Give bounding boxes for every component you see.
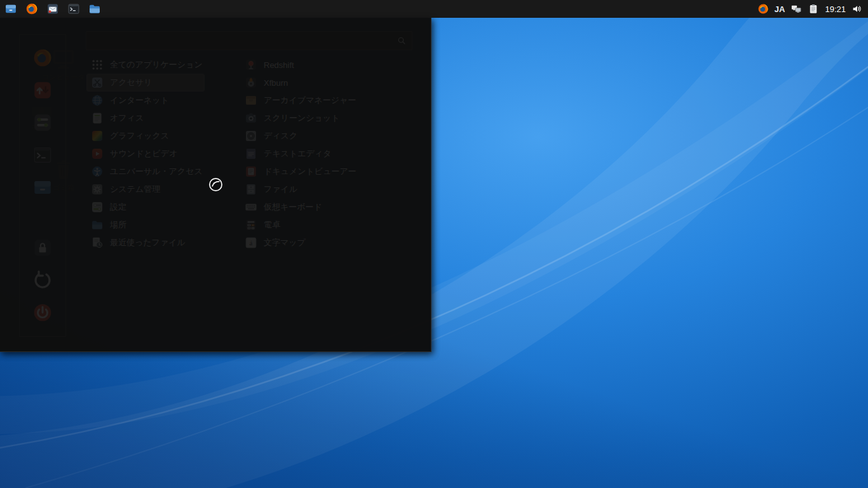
panel-launcher-firefox[interactable] bbox=[21, 0, 42, 18]
whisker-menu-button[interactable] bbox=[0, 18, 431, 352]
clock[interactable]: 19:21 bbox=[825, 4, 846, 14]
desktop: コンピュータホームゴミ箱 JA 19:21 全てのアプリケーションアクセサリイン… bbox=[0, 0, 868, 488]
firefox-icon bbox=[25, 3, 38, 15]
panel-launcher-file-browser[interactable] bbox=[84, 0, 105, 18]
firefox-tray-icon[interactable] bbox=[757, 3, 769, 15]
clipboard-icon[interactable] bbox=[808, 3, 819, 15]
panel-launcher-file-manager[interactable] bbox=[0, 0, 21, 18]
xubuntu-logo-icon bbox=[208, 177, 223, 192]
network-icon[interactable] bbox=[790, 3, 802, 15]
file-manager-icon bbox=[4, 3, 17, 15]
panel-launcher-terminal[interactable] bbox=[63, 0, 84, 18]
folder-icon bbox=[88, 3, 101, 15]
language-indicator[interactable]: JA bbox=[775, 4, 785, 14]
system-tray: JA 19:21 bbox=[757, 0, 868, 18]
terminal-icon bbox=[67, 3, 80, 15]
volume-icon[interactable] bbox=[851, 3, 863, 15]
panel-launcher-mail-reader[interactable] bbox=[42, 0, 63, 18]
mail-icon bbox=[46, 3, 59, 15]
top-panel: JA 19:21 bbox=[0, 0, 868, 18]
panel-launchers bbox=[0, 0, 105, 18]
